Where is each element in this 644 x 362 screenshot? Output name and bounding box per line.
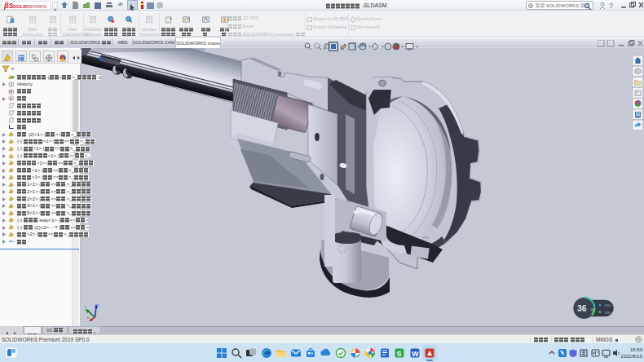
svg-text:Y: Y bbox=[85, 305, 87, 309]
svg-text:36: 36 bbox=[577, 304, 587, 313]
svg-text:KB/s: KB/s bbox=[605, 311, 612, 315]
svg-text:KB/s: KB/s bbox=[605, 303, 612, 307]
svg-text:W: W bbox=[412, 350, 419, 358]
svg-text:?: ? bbox=[609, 2, 613, 10]
svg-text:A: A bbox=[10, 97, 12, 101]
svg-text:Z: Z bbox=[97, 303, 99, 307]
svg-text:%: % bbox=[591, 308, 594, 312]
svg-text:S: S bbox=[397, 350, 402, 358]
svg-text:X: X bbox=[87, 316, 90, 320]
